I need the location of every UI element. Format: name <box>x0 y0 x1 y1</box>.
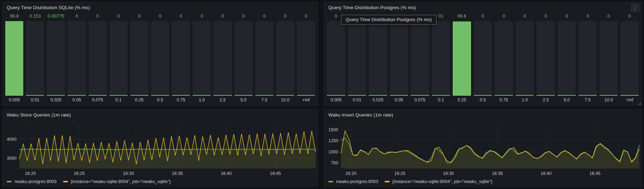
bar-value-label: 0 <box>558 13 576 19</box>
histogram-bar <box>453 21 471 96</box>
bar-value-label: 0 <box>235 13 253 19</box>
histogram-bar <box>151 21 169 96</box>
bar-value-label: 0 <box>516 13 534 19</box>
bar-x-label: 0.01 <box>26 96 44 103</box>
bar-value-label: 0 <box>193 13 211 19</box>
y-axis-label: 1250 <box>325 138 338 143</box>
histogram-bar <box>558 21 576 96</box>
histogram-bar <box>369 21 387 96</box>
histogram-bar <box>235 21 253 96</box>
histogram-bar-fill <box>348 95 366 96</box>
x-axis-label: 16:30 <box>443 171 454 176</box>
legend: nwaku-postgres:8003{instance="nwaku-sqli… <box>328 178 492 185</box>
panel-title[interactable]: Query Time Distribution Postgres (% ms) <box>328 5 416 10</box>
bar-x-label: 0.25 <box>453 96 471 103</box>
histogram-column: 99.80.005 <box>5 13 23 103</box>
histogram-bar-fill <box>276 95 294 96</box>
histogram-column: 00.75 <box>172 13 190 103</box>
legend-item[interactable]: nwaku-postgres:8003 <box>328 179 378 184</box>
histogram-bar <box>600 21 618 96</box>
bar-x-label: 5.0 <box>558 96 576 103</box>
bar-value-label: 0 <box>255 13 273 19</box>
histogram-bar-fill <box>213 95 231 96</box>
bar-value-label: 0 <box>474 13 492 19</box>
histogram-column: 02.5 <box>537 13 555 103</box>
panel-query-time-distribution-postgres: Query Time Distribution Postgres (% ms) … <box>324 2 642 106</box>
bar-x-label: 0.075 <box>89 96 107 103</box>
histogram-bar-fill <box>620 95 639 96</box>
histogram-column: 00.25 <box>130 13 148 103</box>
panel-title-tooltip: Query Time Distribution Postgres (% ms) <box>341 15 436 25</box>
bar-x-label: 0.5 <box>151 96 169 103</box>
panel-title[interactable]: Waku Store Queries (1m rate) <box>7 112 71 118</box>
histogram-bar-fill <box>130 95 148 96</box>
panel-title[interactable]: Query Time Distribution SQLite (% ms) <box>7 5 90 10</box>
plot-area[interactable] <box>19 124 316 169</box>
histogram-bar-fill <box>193 95 211 96</box>
histogram-bar-fill <box>68 95 86 96</box>
histogram-column: 0.007750.025 <box>47 13 65 103</box>
panel-header: Query Time Distribution SQLite (% ms) <box>2 2 318 13</box>
histogram-column: 010.0 <box>276 13 294 103</box>
bar-x-label: 7.5 <box>578 96 597 103</box>
histogram-bar-fill <box>151 95 169 96</box>
histogram-column: 00.075 <box>89 13 107 103</box>
bar-x-label: 0.75 <box>495 96 513 103</box>
histogram-bar <box>495 21 513 96</box>
bar-x-label: 0.01 <box>348 96 366 103</box>
bar-x-label: 0.75 <box>172 96 190 103</box>
panel-header: Waku Insert Queries (1m rate) <box>324 109 642 120</box>
bar-value-label: 0 <box>130 13 148 19</box>
panel-menu-kebab-icon[interactable]: ⋮ <box>631 3 640 12</box>
histogram-column: 00.005 <box>327 13 345 103</box>
panel-waku-store-queries: Waku Store Queries (1m rate) 3000400016:… <box>2 109 318 187</box>
histogram-bar <box>276 21 294 96</box>
legend-item[interactable]: {instance="nwaku-sqlite:8004", job="nwak… <box>385 179 493 184</box>
bar-x-label: 0.075 <box>411 96 429 103</box>
panel-title[interactable]: Waku Insert Queries (1m rate) <box>328 112 393 118</box>
histogram-bar <box>130 21 148 96</box>
x-axis-label: 16:25 <box>74 171 85 176</box>
bar-value-label: 0 <box>172 13 190 19</box>
bar-gauge-postgres: 00.0050.010.0250.050.075010.199.60.2500.… <box>327 13 639 103</box>
bar-x-label: 0.25 <box>130 96 148 103</box>
histogram-bar <box>213 21 231 96</box>
y-axis-label: 3000 <box>3 156 17 161</box>
bar-value-label: 0 <box>600 13 618 19</box>
histogram-bar <box>5 21 23 96</box>
bar-value-label: 0 <box>151 13 169 19</box>
histogram-bar-fill <box>558 95 576 96</box>
bar-value-label: 0 <box>537 13 555 19</box>
bar-value-label: 99.6 <box>453 13 471 19</box>
legend-swatch-icon <box>385 181 390 182</box>
plot-area[interactable] <box>341 124 639 169</box>
histogram-bar <box>255 21 273 96</box>
histogram-bar-fill <box>26 95 44 96</box>
histogram-bar-fill <box>255 95 273 96</box>
bar-x-label: 10.0 <box>276 96 294 103</box>
bar-value-label: 0 <box>620 13 639 19</box>
histogram-bar <box>297 21 315 96</box>
x-axis-label: 16:35 <box>492 171 503 176</box>
legend-item[interactable]: {instance="nwaku-sqlite:8004", job="nwak… <box>63 179 171 184</box>
histogram-bar-fill <box>89 95 107 96</box>
histogram-bar <box>193 21 211 96</box>
bar-x-label: 0.5 <box>474 96 492 103</box>
histogram-column: 0.01 <box>348 13 366 103</box>
x-axis-label: 16:30 <box>123 171 134 176</box>
histogram-column: 00.5 <box>474 13 492 103</box>
histogram-bar <box>620 21 639 96</box>
histogram-column: 00.05 <box>68 13 86 103</box>
panel-header: Waku Store Queries (1m rate) <box>2 109 318 120</box>
bar-x-label: 0.005 <box>5 96 23 103</box>
x-axis-label: 16:40 <box>221 171 231 176</box>
panel-resize-handle[interactable] <box>638 102 641 105</box>
bar-x-label: 5.0 <box>235 96 253 103</box>
histogram-bar <box>348 21 366 96</box>
legend-item[interactable]: nwaku-postgres:8003 <box>7 179 57 184</box>
bar-x-label: 1.0 <box>516 96 534 103</box>
histogram-column: 00.5 <box>151 13 169 103</box>
histogram-bar-fill <box>474 95 492 96</box>
bar-value-label: 0 <box>89 13 107 19</box>
histogram-column: 0.075 <box>411 13 429 103</box>
